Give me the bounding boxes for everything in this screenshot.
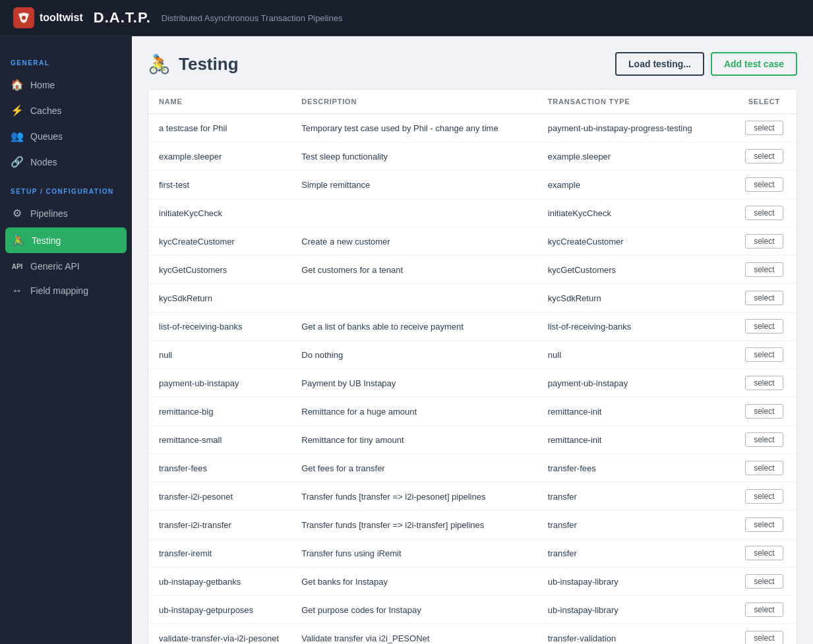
sidebar-item-nodes-label: Nodes xyxy=(30,157,57,167)
cell-description: Simple remittance xyxy=(291,171,537,199)
cell-description: Remittance for tiny amount xyxy=(291,426,537,454)
cell-type: ub-instapay-library xyxy=(537,568,732,596)
cell-select: select xyxy=(732,171,797,199)
cell-name: payment-ub-instapay xyxy=(148,369,291,397)
select-button[interactable]: select xyxy=(745,546,783,560)
select-button[interactable]: select xyxy=(745,432,783,447)
sidebar: GENERAL 🏠 Home ⚡ Caches 👥 Queues 🔗 Nodes… xyxy=(0,0,132,644)
cell-select: select xyxy=(732,227,797,256)
select-button[interactable]: select xyxy=(745,574,783,589)
table-row: kycCreateCustomerCreate a new customerky… xyxy=(148,227,797,256)
select-button[interactable]: select xyxy=(745,206,783,220)
cell-type: initiateKycCheck xyxy=(537,199,732,227)
sidebar-item-field-mapping[interactable]: ↔ Field mapping xyxy=(0,278,132,303)
select-button[interactable]: select xyxy=(745,319,783,334)
table-row: first-testSimple remittanceexampleselect xyxy=(148,171,797,199)
select-button[interactable]: select xyxy=(745,631,783,644)
cell-type: example xyxy=(537,171,732,199)
setup-section-label: SETUP / CONFIGURATION xyxy=(0,175,132,200)
cell-type: transfer xyxy=(537,511,732,539)
cell-description: Get a list of banks able to receive paym… xyxy=(291,312,537,341)
cell-name: a testcase for Phil xyxy=(148,114,291,142)
page-title: Testing xyxy=(179,54,239,74)
table-row: list-of-receiving-banksGet a list of ban… xyxy=(148,312,797,341)
cell-select: select xyxy=(732,397,797,426)
cell-name: null xyxy=(148,341,291,369)
cell-name: kycGetCustomers xyxy=(148,256,291,284)
table-row: example.sleeperTest sleep functionalitye… xyxy=(148,142,797,171)
main-content: 🚴 Testing Load testing... Add test case … xyxy=(132,0,813,644)
sidebar-item-nodes[interactable]: 🔗 Nodes xyxy=(0,149,132,175)
cell-name: first-test xyxy=(148,171,291,199)
general-section-label: GENERAL xyxy=(0,46,132,72)
sidebar-item-pipelines-label: Pipelines xyxy=(30,208,68,219)
home-icon: 🏠 xyxy=(11,78,24,91)
sidebar-item-generic-api-label: Generic API xyxy=(30,261,80,272)
select-button[interactable]: select xyxy=(745,234,783,249)
test-cases-table: NAME DESCRIPTION TRANSACTION TYPE SELECT… xyxy=(148,90,797,644)
table-row: ub-instapay-getbanksGet banks for Instap… xyxy=(148,568,797,596)
select-button[interactable]: select xyxy=(745,262,783,277)
select-button[interactable]: select xyxy=(745,404,783,419)
cell-type: kycSdkReturn xyxy=(537,284,732,312)
cell-select: select xyxy=(732,624,797,645)
cell-name: example.sleeper xyxy=(148,142,291,171)
cell-name: validate-transfer-via-i2i-pesonet xyxy=(148,624,291,645)
select-button[interactable]: select xyxy=(745,177,783,192)
select-button[interactable]: select xyxy=(745,517,783,532)
sidebar-item-home[interactable]: 🏠 Home xyxy=(0,72,132,98)
cell-type: null xyxy=(537,341,732,369)
queues-icon: 👥 xyxy=(11,130,24,142)
select-button[interactable]: select xyxy=(745,121,783,135)
sidebar-item-caches[interactable]: ⚡ Caches xyxy=(0,98,132,123)
select-button[interactable]: select xyxy=(745,291,783,305)
cell-type: transfer-fees xyxy=(537,454,732,483)
testing-icon: 🚴 xyxy=(12,234,25,247)
cell-description: Get fees for a transfer xyxy=(291,454,537,483)
select-button[interactable]: select xyxy=(745,347,783,362)
select-button[interactable]: select xyxy=(745,602,783,617)
cell-select: select xyxy=(732,142,797,171)
cell-select: select xyxy=(732,369,797,397)
select-button[interactable]: select xyxy=(745,489,783,504)
cell-type: transfer xyxy=(537,483,732,511)
select-button[interactable]: select xyxy=(745,149,783,163)
cell-select: select xyxy=(732,483,797,511)
cell-description: Test sleep functionality xyxy=(291,142,537,171)
cell-description: Remittance for a huge amount xyxy=(291,397,537,426)
cell-name: remittance-small xyxy=(148,426,291,454)
page-title-area: 🚴 Testing xyxy=(148,53,239,75)
generic-api-icon: API xyxy=(11,263,24,270)
table-row: validate-transfer-via-i2i-pesonetValidat… xyxy=(148,624,797,645)
cell-type: kycGetCustomers xyxy=(537,256,732,284)
sidebar-item-testing[interactable]: 🚴 Testing xyxy=(5,227,127,253)
cell-name: transfer-fees xyxy=(148,454,291,483)
table-row: nullDo nothingnullselect xyxy=(148,341,797,369)
add-test-case-button[interactable]: Add test case xyxy=(711,52,797,76)
cell-description xyxy=(291,284,537,312)
cell-description: Temporary test case used by Phil - chang… xyxy=(291,114,537,142)
svg-point-1 xyxy=(22,16,26,20)
app-subtitle: Distributed Asynchronous Transaction Pip… xyxy=(162,13,343,23)
cell-name: kycCreateCustomer xyxy=(148,227,291,256)
cell-select: select xyxy=(732,454,797,483)
cell-type: kycCreateCustomer xyxy=(537,227,732,256)
field-mapping-icon: ↔ xyxy=(11,285,24,297)
sidebar-item-pipelines[interactable]: ⚙ Pipelines xyxy=(0,200,132,226)
cell-type: payment-ub-instapay-progress-testing xyxy=(537,114,732,142)
sidebar-item-home-label: Home xyxy=(30,80,55,90)
cell-description: Get customers for a tenant xyxy=(291,256,537,284)
load-testing-button[interactable]: Load testing... xyxy=(615,52,704,76)
table-row: kycSdkReturnkycSdkReturnselect xyxy=(148,284,797,312)
cell-select: select xyxy=(732,426,797,454)
cell-name: kycSdkReturn xyxy=(148,284,291,312)
cell-name: initiateKycCheck xyxy=(148,199,291,227)
sidebar-item-generic-api[interactable]: API Generic API xyxy=(0,254,132,278)
app-title: D.A.T.P. xyxy=(94,9,151,26)
table-row: transfer-i2i-pesonetTransfer funds [tran… xyxy=(148,483,797,511)
cell-type: ub-instapay-library xyxy=(537,596,732,624)
select-button[interactable]: select xyxy=(745,376,783,390)
sidebar-item-queues[interactable]: 👥 Queues xyxy=(0,123,132,149)
select-button[interactable]: select xyxy=(745,461,783,475)
table-row: transfer-i2i-transferTransfer funds [tra… xyxy=(148,511,797,539)
